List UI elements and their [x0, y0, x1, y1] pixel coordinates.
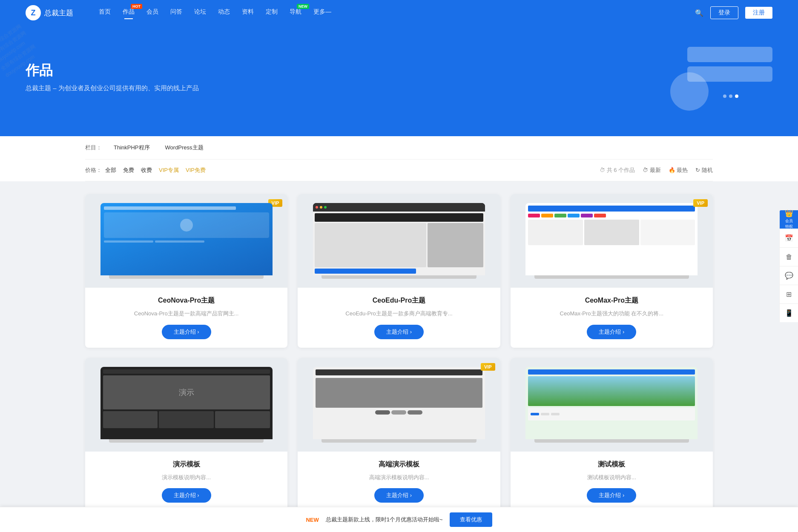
vip-badge-5: VIP — [481, 363, 495, 371]
page-title: 作品 — [26, 61, 199, 80]
notif-btn[interactable]: 查看优惠 — [450, 512, 492, 524]
member-label: 会员特权 — [785, 218, 793, 229]
category-label: 栏目： — [85, 144, 102, 152]
price-vip[interactable]: VIP专属 — [155, 166, 182, 175]
nav-more[interactable]: 更多— — [313, 8, 331, 17]
hero-subtitle: 总裁主题 – 为创业者及创业公司提供有用的、实用的线上产品 — [26, 84, 199, 92]
card-btn-4[interactable]: 主题介绍 › — [162, 488, 211, 503]
mobile-icon: 📱 — [785, 309, 793, 317]
hero-dot-1 — [723, 94, 726, 98]
card-btn-3[interactable]: 主题介绍 › — [587, 325, 636, 339]
card-info-6: 测试模板 测试模板说明内容... 主题介绍 › — [511, 452, 713, 512]
nav-home[interactable]: 首页 — [99, 8, 111, 17]
hero-dot-2 — [729, 94, 732, 98]
grid-icon: ⊞ — [786, 290, 792, 298]
price-free[interactable]: 免费 — [120, 166, 138, 175]
card-desc-6: 测试模板说明内容... — [521, 473, 703, 482]
sort-random[interactable]: ↻ 随机 — [695, 166, 713, 174]
card-desc-2: CeoEdu-Pro主题是一款多商户高端教育专... — [308, 309, 490, 318]
product-card-1[interactable]: VIP — [85, 194, 287, 348]
filter-thinkphp[interactable]: ThinkPHP程序 — [110, 143, 153, 152]
float-mobile[interactable]: 📱 — [779, 303, 798, 322]
main-nav: 首页 作品 HOT 会员 问答 论坛 动态 资料 定制 导航 NEW 更多— — [99, 8, 695, 17]
product-card-3[interactable]: VIP — [511, 194, 713, 348]
nav-material[interactable]: 资料 — [242, 8, 254, 17]
float-member[interactable]: 👑 会员特权 — [779, 210, 798, 229]
product-count: ⏱ 共 6 个作品 — [600, 166, 635, 174]
nav-qa[interactable]: 问答 — [170, 8, 182, 17]
card-btn-5[interactable]: 主题介绍 › — [374, 488, 424, 503]
filter-wordpress[interactable]: WordPress主题 — [162, 143, 207, 152]
hero-bar-1 — [687, 47, 772, 62]
hero-text: 作品 总裁主题 – 为创业者及创业公司提供有用的、实用的线上产品 — [26, 61, 199, 92]
price-label: 价格： — [85, 166, 102, 174]
hero-dot-3 — [735, 94, 738, 98]
nav-member[interactable]: 会员 — [146, 8, 158, 17]
notif-new-label: NEW — [306, 517, 319, 523]
product-card-6[interactable]: 测试模板 测试模板说明内容... 主题介绍 › — [511, 358, 713, 512]
nav-custom[interactable]: 定制 — [266, 8, 278, 17]
filter-section: 栏目： ThinkPHP程序 WordPress主题 价格： 全部 免费 收费 … — [0, 136, 798, 181]
nav-nav[interactable]: 导航 NEW — [290, 8, 301, 17]
calendar-icon: 📅 — [785, 234, 793, 242]
card-btn-6[interactable]: 主题介绍 › — [587, 488, 636, 503]
sort-latest[interactable]: ⏱ 最新 — [643, 166, 661, 174]
hot-badge: HOT — [131, 4, 142, 9]
main-content: VIP — [0, 181, 798, 524]
logo-icon: Z — [26, 5, 41, 20]
notif-text: 总裁主题新款上线，限时1个月优惠活动开始啦~ — [326, 516, 443, 523]
login-button[interactable]: 登录 — [710, 6, 738, 19]
card-title-3: CeoMax-Pro主题 — [521, 296, 703, 305]
card-title-4: 演示模板 — [95, 460, 277, 469]
float-trash[interactable]: 🗑 — [779, 247, 798, 266]
notification-bar: NEW 总裁主题新款上线，限时1个月优惠活动开始啦~ 查看优惠 — [0, 507, 798, 524]
logo-text: 总裁主题 — [44, 8, 73, 18]
product-card-5[interactable]: VIP — [298, 358, 500, 512]
nav-works[interactable]: 作品 HOT — [123, 8, 135, 17]
float-chat[interactable]: 💬 — [779, 266, 798, 285]
header-right: 🔍 登录 注册 — [695, 6, 772, 19]
card-desc-4: 演示模板说明内容... — [95, 473, 277, 482]
vip-badge-3: VIP — [693, 199, 708, 207]
hero-section: 作品 总裁主题 – 为创业者及创业公司提供有用的、实用的线上产品 — [0, 26, 798, 136]
price-vip-free[interactable]: VIP免费 — [182, 166, 209, 175]
float-grid[interactable]: ⊞ — [779, 285, 798, 303]
header: Z 总裁主题 首页 作品 HOT 会员 问答 论坛 动态 资料 定制 导航 NE… — [0, 0, 798, 26]
card-image-6 — [511, 358, 713, 452]
product-grid: VIP — [85, 194, 713, 511]
hero-circle — [670, 72, 709, 111]
float-calendar[interactable]: 📅 — [779, 229, 798, 247]
price-all[interactable]: 全部 — [102, 166, 120, 175]
price-paid[interactable]: 收费 — [138, 166, 155, 175]
card-title-2: CeoEdu-Pro主题 — [308, 296, 490, 305]
price-filters: 价格： 全部 免费 收费 VIP专属 VIP免费 — [85, 160, 209, 181]
nav-dynamic[interactable]: 动态 — [218, 8, 230, 17]
card-title-6: 测试模板 — [521, 460, 703, 469]
card-image-5: VIP — [298, 358, 500, 452]
card-image-2 — [298, 194, 500, 288]
hero-graphic — [662, 43, 772, 111]
card-info-2: CeoEdu-Pro主题 CeoEdu-Pro主题是一款多商户高端教育专... … — [298, 288, 500, 348]
card-btn-2[interactable]: 主题介绍 › — [374, 325, 424, 339]
hero-dots — [723, 94, 738, 98]
product-card-4[interactable]: 演示 演示模板 演示模板说明内容... 主题介绍 › — [85, 358, 287, 512]
card-image-3: VIP — [511, 194, 713, 288]
card-info-3: CeoMax-Pro主题 CeoMax-Pro主题强大的功能 在不久的将... … — [511, 288, 713, 348]
floating-sidebar: 👑 会员特权 📅 🗑 💬 ⊞ 📱 — [779, 210, 798, 322]
card-info-4: 演示模板 演示模板说明内容... 主题介绍 › — [85, 452, 287, 512]
card-info-1: CeoNova-Pro主题 CeoNova-Pro主题是一款高端产品官网主...… — [85, 288, 287, 348]
nav-forum[interactable]: 论坛 — [194, 8, 206, 17]
sort-hot[interactable]: 🔥 最热 — [669, 166, 688, 174]
trash-icon: 🗑 — [786, 253, 792, 261]
card-image-4: 演示 — [85, 358, 287, 452]
product-card-2[interactable]: CeoEdu-Pro主题 CeoEdu-Pro主题是一款多商户高端教育专... … — [298, 194, 500, 348]
card-title-5: 高端演示模板 — [308, 460, 490, 469]
search-icon[interactable]: 🔍 — [695, 9, 703, 17]
logo[interactable]: Z 总裁主题 — [26, 5, 73, 20]
card-title-1: CeoNova-Pro主题 — [95, 296, 277, 305]
card-info-5: 高端演示模板 高端演示模板说明内容... 主题介绍 › — [298, 452, 500, 512]
chat-icon: 💬 — [785, 272, 793, 280]
card-desc-5: 高端演示模板说明内容... — [308, 473, 490, 482]
register-button[interactable]: 注册 — [745, 7, 772, 19]
card-btn-1[interactable]: 主题介绍 › — [162, 325, 211, 339]
